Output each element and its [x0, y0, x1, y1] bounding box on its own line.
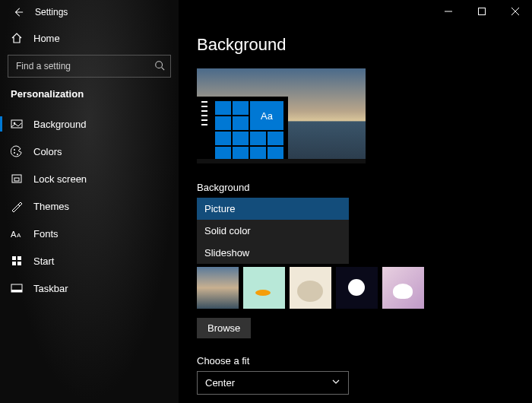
- nav: Background Colors Lock screen Themes AA …: [0, 110, 179, 302]
- svg-text:A: A: [17, 232, 21, 239]
- fonts-icon: AA: [11, 227, 23, 240]
- search-input[interactable]: [8, 55, 171, 78]
- nav-label: Themes: [33, 201, 69, 212]
- svg-rect-11: [17, 256, 21, 260]
- picture-icon: [11, 118, 23, 130]
- desktop-preview: Aa: [197, 68, 366, 163]
- home-nav[interactable]: Home: [0, 24, 179, 52]
- svg-point-0: [156, 62, 163, 68]
- content: Background Aa Background Picture Solid c…: [179, 0, 532, 403]
- minimize-icon: [445, 8, 452, 15]
- option-solid-color[interactable]: Solid color: [197, 220, 349, 242]
- nav-item-background[interactable]: Background: [0, 110, 179, 138]
- nav-label: Fonts: [33, 228, 59, 240]
- lockscreen-icon: [11, 173, 23, 185]
- nav-label: Start: [33, 255, 54, 267]
- svg-point-4: [14, 152, 15, 154]
- background-label: Background: [197, 182, 514, 193]
- back-button[interactable]: [6, 0, 30, 24]
- fit-value: Center: [205, 377, 235, 389]
- window-controls: [432, 0, 532, 23]
- nav-label: Background: [33, 119, 86, 130]
- image-thumb-2[interactable]: [243, 267, 285, 309]
- nav-label: Colors: [33, 146, 62, 157]
- svg-rect-15: [11, 290, 22, 292]
- nav-item-themes[interactable]: Themes: [0, 192, 179, 220]
- main: Background Aa Background Picture Solid c…: [179, 0, 532, 403]
- svg-text:A: A: [11, 230, 17, 239]
- preview-start-menu: Aa: [197, 97, 288, 163]
- section-title: Personalization: [0, 88, 179, 110]
- nav-label: Lock screen: [33, 173, 87, 185]
- image-thumb-5[interactable]: [382, 267, 424, 309]
- home-icon: [11, 32, 23, 44]
- recent-images: [197, 267, 514, 309]
- home-label: Home: [33, 33, 60, 44]
- taskbar-icon: [11, 282, 23, 294]
- background-dropdown[interactable]: Picture Solid color Slideshow: [197, 198, 349, 264]
- svg-rect-10: [12, 256, 16, 260]
- topbar: Settings: [0, 0, 179, 24]
- search-icon: [154, 60, 165, 74]
- search-wrap: [8, 55, 171, 78]
- page-title: Background: [197, 35, 514, 55]
- arrow-left-icon: [13, 7, 24, 17]
- fit-label: Choose a fit: [197, 355, 514, 367]
- svg-point-3: [14, 149, 15, 151]
- minimize-button[interactable]: [432, 0, 465, 23]
- maximize-button[interactable]: [465, 0, 499, 23]
- nav-item-colors[interactable]: Colors: [0, 138, 179, 165]
- maximize-icon: [478, 8, 486, 15]
- image-thumb-4[interactable]: [336, 267, 378, 309]
- svg-point-5: [17, 154, 18, 155]
- nav-item-taskbar[interactable]: Taskbar: [0, 274, 179, 302]
- palette-icon: [11, 145, 23, 157]
- app-title: Settings: [35, 7, 68, 17]
- themes-icon: [11, 200, 23, 212]
- close-icon: [511, 8, 519, 15]
- start-icon: [11, 255, 23, 267]
- svg-rect-13: [17, 262, 21, 265]
- fit-select[interactable]: Center: [197, 371, 349, 395]
- preview-sample-text: Aa: [250, 101, 283, 130]
- image-thumb-1[interactable]: [197, 267, 239, 309]
- image-thumb-3[interactable]: [290, 267, 331, 309]
- option-slideshow[interactable]: Slideshow: [197, 242, 349, 264]
- close-button[interactable]: [499, 0, 532, 23]
- chevron-down-icon: [331, 377, 340, 389]
- nav-item-fonts[interactable]: AA Fonts: [0, 220, 179, 247]
- nav-item-start[interactable]: Start: [0, 247, 179, 274]
- svg-rect-7: [14, 178, 19, 181]
- nav-item-lockscreen[interactable]: Lock screen: [0, 165, 179, 192]
- svg-rect-16: [479, 8, 486, 15]
- nav-label: Taskbar: [33, 283, 68, 294]
- svg-rect-12: [12, 262, 16, 265]
- preview-taskbar: [197, 159, 366, 163]
- option-picture[interactable]: Picture: [197, 198, 349, 220]
- browse-button[interactable]: Browse: [197, 318, 251, 338]
- sidebar: Settings Home Personalization Background…: [0, 0, 179, 403]
